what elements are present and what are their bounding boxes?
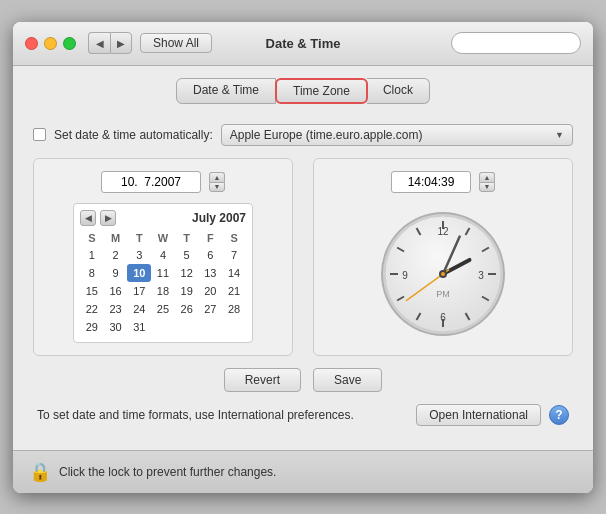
- calendar-day[interactable]: 3: [127, 246, 151, 264]
- calendar-day[interactable]: 1: [80, 246, 104, 264]
- cal-header-tue: T: [127, 230, 151, 246]
- calendar-day[interactable]: 7: [222, 246, 246, 264]
- main-panels: ▲ ▼ ◀ ▶ July 2007: [33, 158, 573, 356]
- svg-point-24: [441, 272, 445, 276]
- svg-text:9: 9: [402, 270, 408, 281]
- calendar-day[interactable]: 13: [199, 264, 223, 282]
- calendar-day: [151, 318, 175, 336]
- time-decrement[interactable]: ▼: [479, 182, 495, 192]
- auto-time-row: Set date & time automatically: Apple Eur…: [33, 124, 573, 146]
- calendar-grid: S M T W T F S 12345678910111213141516171…: [80, 230, 246, 336]
- lock-row: 🔒 Click the lock to prevent further chan…: [13, 450, 593, 493]
- calendar-header: ◀ ▶ July 2007: [80, 210, 246, 226]
- tab-date-time[interactable]: Date & Time: [176, 78, 276, 104]
- tab-time-zone[interactable]: Time Zone: [275, 78, 368, 104]
- svg-text:PM: PM: [436, 289, 450, 299]
- content-area: Set date & time automatically: Apple Eur…: [13, 112, 593, 450]
- calendar-day[interactable]: 31: [127, 318, 151, 336]
- cal-header-sun: S: [80, 230, 104, 246]
- calendar: ◀ ▶ July 2007 S M T W T: [73, 203, 253, 343]
- date-increment[interactable]: ▲: [209, 172, 225, 182]
- international-row: To set date and time formats, use Intern…: [33, 404, 573, 426]
- back-button[interactable]: ◀: [88, 32, 110, 54]
- calendar-day[interactable]: 9: [104, 264, 128, 282]
- clock-svg: 12 3 6 9 PM: [378, 209, 508, 339]
- analog-clock: 12 3 6 9 PM: [378, 209, 508, 339]
- calendar-day[interactable]: 25: [151, 300, 175, 318]
- calendar-day[interactable]: 6: [199, 246, 223, 264]
- auto-time-checkbox[interactable]: [33, 128, 46, 141]
- forward-button[interactable]: ▶: [110, 32, 132, 54]
- traffic-lights: [25, 37, 76, 50]
- date-panel: ▲ ▼ ◀ ▶ July 2007: [33, 158, 293, 356]
- date-stepper: ▲ ▼: [209, 172, 225, 192]
- open-international-button[interactable]: Open International: [416, 404, 541, 426]
- calendar-day[interactable]: 16: [104, 282, 128, 300]
- lock-icon[interactable]: 🔒: [29, 461, 51, 483]
- time-panel: ▲ ▼: [313, 158, 573, 356]
- calendar-day: [175, 318, 199, 336]
- cal-header-thu: T: [175, 230, 199, 246]
- cal-prev-button[interactable]: ◀: [80, 210, 96, 226]
- calendar-day[interactable]: 2: [104, 246, 128, 264]
- search-input[interactable]: [451, 32, 581, 54]
- cal-header-mon: M: [104, 230, 128, 246]
- server-value: Apple Europe (time.euro.apple.com): [230, 128, 423, 142]
- titlebar: ◀ ▶ Show All Date & Time: [13, 22, 593, 66]
- tabs-bar: Date & Time Time Zone Clock: [13, 66, 593, 112]
- calendar-day[interactable]: 17: [127, 282, 151, 300]
- calendar-day: [222, 318, 246, 336]
- calendar-day[interactable]: 12: [175, 264, 199, 282]
- calendar-day[interactable]: 19: [175, 282, 199, 300]
- calendar-day[interactable]: 5: [175, 246, 199, 264]
- calendar-day[interactable]: 21: [222, 282, 246, 300]
- calendar-day[interactable]: 8: [80, 264, 104, 282]
- server-dropdown[interactable]: Apple Europe (time.euro.apple.com) ▼: [221, 124, 573, 146]
- lock-text: Click the lock to prevent further change…: [59, 465, 276, 479]
- international-text: To set date and time formats, use Intern…: [37, 408, 416, 422]
- maximize-button[interactable]: [63, 37, 76, 50]
- calendar-day[interactable]: 30: [104, 318, 128, 336]
- time-increment[interactable]: ▲: [479, 172, 495, 182]
- calendar-day[interactable]: 18: [151, 282, 175, 300]
- main-window: ◀ ▶ Show All Date & Time Date & Time Tim…: [13, 22, 593, 493]
- save-button[interactable]: Save: [313, 368, 382, 392]
- cal-header-fri: F: [199, 230, 223, 246]
- calendar-day[interactable]: 28: [222, 300, 246, 318]
- cal-next-button[interactable]: ▶: [100, 210, 116, 226]
- calendar-day[interactable]: 10: [127, 264, 151, 282]
- calendar-day[interactable]: 29: [80, 318, 104, 336]
- close-button[interactable]: [25, 37, 38, 50]
- help-button[interactable]: ?: [549, 405, 569, 425]
- calendar-day[interactable]: 24: [127, 300, 151, 318]
- calendar-day[interactable]: 27: [199, 300, 223, 318]
- svg-text:6: 6: [440, 312, 446, 323]
- calendar-day: [199, 318, 223, 336]
- time-stepper: ▲ ▼: [479, 172, 495, 192]
- dropdown-arrow-icon: ▼: [555, 130, 564, 140]
- show-all-button[interactable]: Show All: [140, 33, 212, 53]
- date-input-row: ▲ ▼: [46, 171, 280, 193]
- action-buttons: Revert Save: [33, 368, 573, 392]
- window-title: Date & Time: [266, 36, 341, 51]
- minimize-button[interactable]: [44, 37, 57, 50]
- time-input[interactable]: [391, 171, 471, 193]
- tab-clock[interactable]: Clock: [367, 78, 430, 104]
- date-input[interactable]: [101, 171, 201, 193]
- calendar-day[interactable]: 14: [222, 264, 246, 282]
- cal-header-wed: W: [151, 230, 175, 246]
- revert-button[interactable]: Revert: [224, 368, 301, 392]
- calendar-day[interactable]: 26: [175, 300, 199, 318]
- calendar-day[interactable]: 20: [199, 282, 223, 300]
- calendar-day[interactable]: 4: [151, 246, 175, 264]
- calendar-day[interactable]: 15: [80, 282, 104, 300]
- svg-text:12: 12: [437, 226, 449, 237]
- time-input-row: ▲ ▼: [391, 171, 495, 193]
- calendar-day[interactable]: 23: [104, 300, 128, 318]
- calendar-nav: ◀ ▶: [80, 210, 116, 226]
- date-decrement[interactable]: ▼: [209, 182, 225, 192]
- cal-header-sat: S: [222, 230, 246, 246]
- calendar-month-year: July 2007: [192, 211, 246, 225]
- calendar-day[interactable]: 11: [151, 264, 175, 282]
- calendar-day[interactable]: 22: [80, 300, 104, 318]
